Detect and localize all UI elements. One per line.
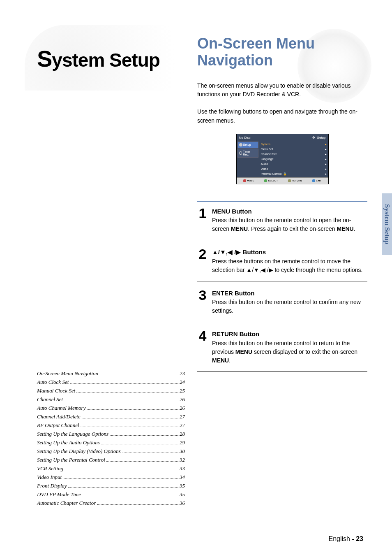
intro-paragraph-2: Use the following buttons to open and na… [197, 107, 367, 125]
toc-row: Setting Up the Parental Control32 [37, 457, 185, 463]
step-4: 4 RETURN Button Press this button on the… [197, 330, 367, 365]
toc-row: On-Screen Menu Navigation23 [37, 370, 185, 377]
step-divider [197, 322, 367, 322]
side-tab: System Setup [382, 193, 392, 255]
toc-leader [76, 392, 178, 392]
toc-leader [110, 435, 178, 436]
toc-row: Setting Up the Audio Options29 [37, 439, 185, 446]
toc-row: Automatic Chapter Creator36 [37, 500, 185, 506]
toc-title: Setting Up the Parental Control [37, 457, 105, 463]
toc-row: Manual Clock Set25 [37, 388, 185, 394]
step-title: ▲/▼,◀ /▶ Buttons [212, 248, 266, 255]
toc-leader [63, 478, 178, 479]
toc-leader [122, 453, 178, 453]
toc-leader [106, 461, 178, 462]
section-title-rest: ystem Setup [52, 49, 160, 71]
side-tab-label: System Setup [383, 204, 391, 244]
osd-bottom-bar: MOVE SELECT RETURN EXIT [237, 177, 328, 184]
toc-title: Channel Set [37, 396, 63, 403]
toc-leader [101, 444, 178, 444]
toc-row: DVD EP Mode Time35 [37, 491, 185, 498]
osd-menu-item: Audio▸ [261, 162, 327, 167]
toc-page: 29 [180, 439, 185, 446]
toc-page: 30 [180, 448, 185, 455]
page-footer: English - 23 [329, 535, 364, 543]
step-divider [197, 281, 367, 281]
toc-row: Channel Set26 [37, 396, 185, 403]
toc-leader [81, 427, 178, 427]
toc-title: Auto Channel Memory [37, 405, 85, 411]
toc-row: Video Input34 [37, 474, 185, 481]
step-number: 3 [197, 289, 208, 316]
osd-menu-item: Clock Set▸ [261, 147, 327, 152]
footer-page-number: 23 [356, 535, 363, 542]
toc-row: Front Display35 [37, 483, 185, 489]
toc-title: On-Screen Menu Navigation [37, 370, 98, 377]
exit-icon [312, 179, 315, 182]
toc-title: Channel Add/Delete [37, 413, 81, 420]
step-title: RETURN Button [212, 330, 259, 337]
chevron-right-icon: ▸ [325, 172, 327, 176]
osd-menu-item: System▸ [261, 142, 327, 147]
toc-row: Auto Clock Set24 [37, 379, 185, 385]
toc-title: Setting Up the Display (Video) Options [37, 448, 121, 455]
toc-page: 32 [180, 457, 185, 463]
chevron-right-icon: ▸ [325, 158, 327, 161]
step-3: 3 ENTER Button Press this button on the … [197, 289, 367, 316]
toc-title: Automatic Chapter Creator [37, 500, 96, 506]
toc-page: 28 [180, 431, 185, 437]
osd-tab-setup: Setup [238, 142, 258, 148]
page-heading: On-Screen Menu Navigation [197, 25, 367, 81]
toc-title: VCR Setting [37, 465, 63, 472]
toc-page: 33 [180, 465, 185, 472]
osd-screenshot: No Disc ✥ Setup Setup Timer Rec. System▸… [236, 134, 329, 184]
toc-title: Setting Up the Audio Options [37, 439, 100, 446]
gear-icon [239, 143, 242, 146]
toc-page: 36 [180, 500, 185, 506]
toc-title: DVD EP Mode Time [37, 491, 81, 498]
osd-menu-list: System▸Clock Set▸Channel Set▸Language▸Au… [259, 141, 328, 177]
toc-leader [68, 487, 178, 488]
clock-icon [239, 151, 242, 155]
table-of-contents: On-Screen Menu Navigation23Auto Clock Se… [37, 72, 185, 509]
toc-title: Manual Clock Set [37, 388, 75, 394]
toc-leader [82, 496, 178, 496]
step-2: 2 ▲/▼,◀ /▶ Buttons Press these buttons o… [197, 248, 367, 274]
direction-arrows-icon: ▲/▼,◀ /▶ [212, 248, 241, 257]
toc-row: RF Output Channel27 [37, 422, 185, 429]
osd-menu-item: Language▸ [261, 157, 327, 162]
return-icon [288, 179, 291, 182]
toc-leader [65, 470, 178, 470]
toc-page: 34 [180, 474, 185, 481]
chevron-right-icon: ▸ [325, 143, 327, 146]
osd-menu-item: Channel Set▸ [261, 152, 327, 157]
osd-tab-timer: Timer Rec. [238, 149, 258, 158]
toc-leader [99, 375, 178, 375]
toc-leader [87, 409, 178, 410]
osd-status: No Disc [239, 136, 251, 139]
toc-page: 27 [180, 413, 185, 420]
step-number: 4 [197, 330, 208, 365]
toc-row: Auto Channel Memory26 [37, 405, 185, 411]
osd-top-right: ✥ Setup [312, 136, 325, 139]
osd-menu-item: Parental Control 🔒▸ [261, 172, 327, 176]
toc-page: 26 [180, 405, 185, 411]
toc-page: 27 [180, 422, 185, 429]
toc-leader [82, 418, 178, 418]
toc-leader [64, 401, 178, 401]
toc-page: 35 [180, 491, 185, 498]
chevron-right-icon: ▸ [325, 148, 327, 151]
section-divider [197, 201, 367, 202]
step-1: 1 MENU Button Press this button on the r… [197, 207, 367, 234]
step-number: 1 [197, 207, 208, 234]
toc-leader [70, 383, 178, 384]
chevron-right-icon: ▸ [325, 167, 327, 171]
toc-title: Setting Up the Language Options [37, 431, 108, 437]
direction-arrows-icon: ▲/▼,◀ /▶ [246, 266, 273, 274]
section-title: System Setup [37, 25, 185, 72]
select-icon [264, 179, 267, 182]
chevron-right-icon: ▸ [325, 163, 327, 166]
move-icon [243, 179, 246, 182]
chevron-right-icon: ▸ [325, 153, 327, 156]
step-title: ENTER Button [212, 290, 254, 297]
